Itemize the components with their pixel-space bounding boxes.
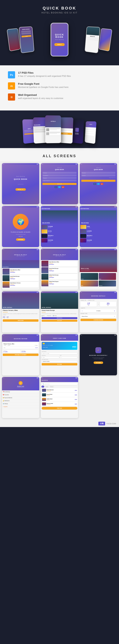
confirm-password-field[interactable]: Confirm Password [42,180,77,182]
search-thumb-1 [42,389,46,392]
cardholder-input[interactable]: JENNIFER TRAVIS [42,360,77,362]
dest-item-lucerne-2[interactable]: LUCERNE 12 Hotels › [80,230,116,234]
filter-hotels[interactable]: Hotels [45,386,49,388]
search-info-4: Palazzo Hotel ★★★★★ [47,403,74,405]
signin-fb-btn[interactable]: f [93,183,96,185]
search-stars-3: ★★★★ [47,400,74,401]
go-home-btn[interactable]: GO HOME [94,362,103,364]
search-bar[interactable]: 🔍 Search hotels... [41,383,78,385]
dest-item-lucerne[interactable]: LUCERNE 12 Hotels › [41,225,78,229]
check-out-box[interactable]: 23 APR [100,302,116,307]
profile-logout[interactable]: ↩ Log Out [2,405,39,408]
dest-item-brussels-2[interactable]: BRUSSELS 8 Hotels › [80,234,116,238]
find-now-btn[interactable]: FIND NOW [42,407,77,410]
confirm-booking-btn[interactable]: CONFIRM BOOKING [80,319,116,321]
guests-plus[interactable]: + [114,310,115,312]
featured-destination[interactable]: MELBOURNE [41,210,78,224]
email-field[interactable]: Email Address [42,174,77,176]
dest-item-brussels[interactable]: BRUSSELS 8 Hotels › [41,234,78,238]
hotel-card-1[interactable]: Hotel Sheraton, Milan ★★★★★ $240/Night [3,269,39,274]
app-subtitle: Hotel Booking iOS UI Kit [4,12,115,14]
ai-icon: Ai [8,82,15,90]
dest-item-cologne[interactable]: COLOGNE 15 Hotels › [41,238,78,242]
expiry-input[interactable]: 12/20 [42,356,59,358]
forgot-password-link[interactable]: Forgot Password? [109,177,115,178]
hotel-card-6[interactable]: Sofitel Hotel Europa ★★★★ $150/Night [41,274,78,280]
signin-username-field[interactable]: Username [81,172,115,174]
dest-item-paris[interactable]: PARIS 32 Hotels › [80,225,116,229]
check-in-box[interactable]: 17 APR [80,302,97,307]
hotel-card-4[interactable]: Hotel Sheraton, Milan ★★★★★ $240/Night [41,261,78,267]
hotel-card-3[interactable]: Hotel Palazzo Versace ★★★★★ $320/Night [3,282,39,288]
adventure-main-text: On photos are beautiful, not beautiful. [11,231,31,233]
cvv-input[interactable]: ••• [60,356,78,358]
hotel-detail-name-2: Grand Hotel Europe [42,310,77,311]
dest-nav[interactable]: ≡ [77,208,77,209]
feature-organised-desc: well organised layers & very easy to cus… [18,97,63,100]
confirm-password-label: Confirm Password [43,180,50,181]
username-field[interactable]: Username [42,172,77,174]
destinations-content-1: DESTINATIONS ≡ MELBOURNE LUCERNE 12 Hote… [41,208,78,247]
dest-arrow-socal: › [77,231,78,232]
featured-destination-2[interactable]: MELBOURNE [80,210,116,224]
dest-info-brussels: BRUSSELS 8 Hotels [48,235,77,237]
profile-my-bookings[interactable]: 📅 My Bookings [2,390,39,393]
cvv-label: CVV [60,355,78,356]
hotel-img-4 [41,261,48,267]
profile-favorites[interactable]: ❤️ Favourites [2,393,39,396]
adventure-sub-text: Lorem ipsum dolor sit amet [16,234,25,235]
dest-nav-2[interactable]: ≡ [116,208,116,209]
profile-notifications[interactable]: 🔔 Notifications [2,399,39,402]
avatar-initial: J [20,382,21,384]
check-in-label: Check In — Check Out [80,300,116,301]
google-btn[interactable]: g+ [62,186,64,188]
phone-far-left [7,28,21,51]
logo-text-quick: QUICK BOOK [43,6,76,10]
guests-minus[interactable]: − [82,310,83,312]
signin-btn[interactable]: SIGN IN [81,180,115,182]
pay-now-btn[interactable]: PAY NOW [42,363,77,366]
hotel-card-5[interactable]: Grand Hotel Europe ★★★★ $180/Night [41,267,78,273]
room-type-select[interactable]: Deluxe Room ▼ [80,315,116,318]
dest-thumb-cologne-2 [80,238,86,242]
search-result-1[interactable]: Hotel Sheraton ★★★★★ $240 [41,388,78,392]
ps-icon: Ps [8,71,15,78]
layers-icon: ⊞ [8,94,15,100]
hotel-card-7[interactable]: Sofitel Hotel Espace ★★★★ $160/Night [41,280,78,286]
password-field[interactable]: Password [42,177,77,179]
hotel-book-btn-3[interactable]: BOOK NOW [42,320,77,322]
dest-item-cologne-2[interactable]: COLOGNE 15 Hotels › [80,238,116,242]
proceed-payment-btn[interactable]: PROCEED TO PAYMENT [3,354,39,356]
continue-btn[interactable]: CONTINUE [16,238,25,241]
hotel-book-btn-2[interactable]: VIEW DETAILS [42,317,77,319]
featured-dest-name-2: MELBOURNE [81,222,89,224]
signin-username-label: Username [82,172,86,174]
signin-tw-btn[interactable]: t [97,183,100,185]
card-holder-name: JENNIFER TRAVIS [43,347,48,348]
hotels-list-screen-2: 9:41 ▌▌▌ HOTELS IN ITALY Milan • Venice … [41,249,78,290]
tw-icon: t [59,186,60,188]
signin-gp-btn[interactable]: g+ [100,183,103,185]
search-result-4[interactable]: Palazzo Hotel ★★★★★ $320 [41,402,78,406]
dot-1 [19,236,20,237]
splash-book-btn[interactable]: BOOK IT [16,188,26,191]
filter-resorts[interactable]: Resorts [49,386,54,388]
twitter-btn[interactable]: t [58,186,61,188]
card-number-input[interactable]: 4539 •••• •••• 3928 [42,352,77,354]
signin-password-field[interactable]: Password [81,174,115,176]
feature-font: Ai Free Google Font Montserrat typeface … [8,82,111,90]
search-result-2[interactable]: Grand Hotel ★★★★ $180 [41,393,78,397]
filter-all[interactable]: All [41,386,44,388]
profile-settings[interactable]: ⚙️ Settings [2,402,39,405]
guests-stepper[interactable]: − 2 Adults + [80,309,116,312]
dest-item-socal[interactable]: SO-CAL 18 Hotels › [41,230,78,234]
dest-arrow-cologne-2: › [116,240,116,241]
signup-btn[interactable]: SIGN UP [42,183,77,185]
hotel-book-btn[interactable]: BOOK NOW [3,319,39,322]
profile-payment-methods[interactable]: 💳 Payment Methods [2,396,39,399]
dest-arrow-brussels: › [77,236,78,236]
facebook-btn[interactable]: f [55,186,57,188]
search-result-3[interactable]: Sofitel Hotel ★★★★ $150 [41,397,78,402]
hotel-card-2[interactable]: Grand Hotel Europe ★★★★ $180/Night [3,275,39,281]
whats-in-italy-content: What's in Italy Discover amazing places … [80,250,117,290]
